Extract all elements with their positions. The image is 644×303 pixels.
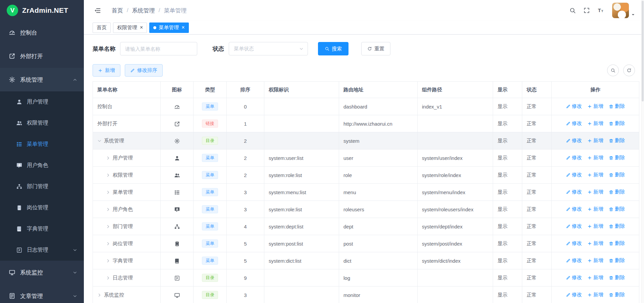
row-add-link[interactable]: 新增 bbox=[587, 206, 603, 212]
row-add-link[interactable]: 新增 bbox=[587, 103, 603, 110]
row-edit-link[interactable]: 修改 bbox=[566, 103, 582, 110]
sidebar-item-system-management[interactable]: 系统管理 bbox=[0, 68, 84, 91]
row-delete-link[interactable]: 删除 bbox=[609, 223, 625, 229]
row-delete-link[interactable]: 删除 bbox=[609, 172, 625, 178]
chevron-right-icon[interactable] bbox=[97, 293, 102, 297]
row-add-link[interactable]: 新增 bbox=[587, 120, 603, 127]
delete-icon bbox=[609, 224, 613, 229]
row-delete-link[interactable]: 删除 bbox=[609, 206, 625, 212]
row-edit-link[interactable]: 修改 bbox=[566, 274, 582, 281]
sidebar-item-log-management[interactable]: 日志管理 bbox=[0, 240, 84, 261]
row-edit-link[interactable]: 修改 bbox=[566, 155, 582, 161]
fullscreen-button[interactable] bbox=[581, 4, 593, 16]
tab-menu-management[interactable]: 菜单管理× bbox=[149, 23, 189, 33]
org-tree-icon bbox=[16, 183, 22, 190]
type-cell: 菜单 bbox=[194, 218, 227, 235]
chevron-right-icon[interactable] bbox=[106, 224, 110, 229]
sidebar-item-user-management[interactable]: 用户管理 bbox=[0, 91, 84, 113]
sidebar-item-user-role[interactable]: 用户角色 bbox=[0, 155, 84, 176]
chevron-down-icon[interactable] bbox=[97, 139, 102, 143]
row-edit-link[interactable]: 修改 bbox=[566, 206, 582, 212]
row-delete-link[interactable]: 删除 bbox=[609, 155, 625, 161]
row-add-link[interactable]: 新增 bbox=[587, 155, 603, 161]
row-edit-link[interactable]: 修改 bbox=[566, 189, 582, 195]
tab-close-icon[interactable]: × bbox=[140, 25, 143, 30]
type-tag: 菜单 bbox=[202, 240, 218, 248]
chevron-right-icon[interactable] bbox=[106, 207, 110, 212]
table-refresh-button[interactable] bbox=[623, 64, 635, 76]
route-cell: dict bbox=[339, 252, 418, 269]
dictionary-icon bbox=[16, 226, 22, 232]
row-edit-link[interactable]: 修改 bbox=[566, 223, 582, 229]
search-button[interactable]: 搜索 bbox=[318, 42, 348, 55]
sidebar-item-dict-management[interactable]: 字典管理 bbox=[0, 218, 84, 240]
row-edit-link[interactable]: 修改 bbox=[566, 240, 582, 247]
row-delete-link[interactable]: 删除 bbox=[609, 274, 625, 281]
hamburger-icon bbox=[94, 7, 101, 14]
chevron-right-icon[interactable] bbox=[106, 259, 110, 263]
row-add-link[interactable]: 新增 bbox=[587, 172, 603, 178]
row-add-link[interactable]: 新增 bbox=[587, 292, 603, 298]
sidebar-item-article-management[interactable]: 文章管理 bbox=[0, 284, 84, 303]
svg-text:T: T bbox=[601, 9, 603, 13]
breadcrumb-item[interactable]: 系统管理 bbox=[132, 7, 155, 14]
plus-icon bbox=[587, 224, 592, 229]
reset-button[interactable]: 重置 bbox=[361, 42, 390, 55]
app-logo[interactable]: V ZrAdmin.NET bbox=[0, 0, 84, 21]
sidebar-item-console[interactable]: 控制台 bbox=[0, 21, 84, 44]
edit-icon bbox=[566, 241, 571, 246]
sidebar-item-post-management[interactable]: 岗位管理 bbox=[0, 197, 84, 218]
row-delete-link[interactable]: 删除 bbox=[609, 120, 625, 127]
row-delete-link[interactable]: 删除 bbox=[609, 103, 625, 110]
sidebar-item-dept-management[interactable]: 部门管理 bbox=[0, 176, 84, 197]
sidebar-item-system-monitor[interactable]: 系统监控 bbox=[0, 261, 84, 284]
tab-home[interactable]: 首页 bbox=[93, 23, 111, 33]
chevron-right-icon[interactable] bbox=[106, 242, 110, 246]
row-edit-link[interactable]: 修改 bbox=[566, 120, 582, 127]
row-delete-link[interactable]: 删除 bbox=[609, 292, 625, 298]
users-icon bbox=[16, 120, 22, 126]
sidebar-toggle-button[interactable] bbox=[93, 6, 102, 15]
row-delete-link[interactable]: 删除 bbox=[609, 137, 625, 144]
menu-icon-cell bbox=[161, 252, 194, 269]
scrollbar-thumb[interactable] bbox=[642, 1, 644, 101]
chevron-right-icon[interactable] bbox=[106, 156, 110, 160]
row-delete-link[interactable]: 删除 bbox=[609, 240, 625, 247]
user-menu[interactable] bbox=[612, 3, 635, 18]
row-edit-link[interactable]: 修改 bbox=[566, 137, 582, 144]
row-edit-link[interactable]: 修改 bbox=[566, 292, 582, 298]
row-add-link[interactable]: 新增 bbox=[587, 137, 603, 144]
menu-name-input[interactable] bbox=[120, 42, 197, 55]
sort-button[interactable]: 修改排序 bbox=[125, 64, 163, 77]
table-search-toggle-button[interactable] bbox=[607, 64, 619, 76]
row-delete-link[interactable]: 删除 bbox=[609, 257, 625, 264]
row-add-link[interactable]: 新增 bbox=[587, 223, 603, 229]
chevron-right-icon[interactable] bbox=[106, 173, 110, 177]
breadcrumb-item[interactable]: 首页 bbox=[112, 7, 123, 14]
row-delete-link[interactable]: 删除 bbox=[609, 189, 625, 195]
row-add-link[interactable]: 新增 bbox=[587, 274, 603, 281]
tab-close-icon[interactable]: × bbox=[181, 25, 184, 30]
sidebar-item-menu-management[interactable]: 菜单管理 bbox=[0, 134, 84, 155]
visible-cell: 显示 bbox=[493, 149, 522, 167]
svg-text:T: T bbox=[598, 8, 601, 13]
external-link-icon bbox=[9, 53, 15, 59]
sidebar-item-role-management[interactable]: 权限管理 bbox=[0, 113, 84, 134]
row-edit-link[interactable]: 修改 bbox=[566, 172, 582, 178]
chevron-right-icon[interactable] bbox=[106, 276, 110, 280]
row-add-link[interactable]: 新增 bbox=[587, 257, 603, 264]
page-scrollbar[interactable] bbox=[641, 0, 644, 303]
table-row: 日志管理目录9log显示正常修改新增删除 bbox=[93, 269, 639, 287]
chevron-right-icon[interactable] bbox=[106, 190, 110, 194]
plus-icon bbox=[98, 68, 103, 73]
font-size-button[interactable]: TT bbox=[595, 4, 607, 16]
sidebar-item-external-open[interactable]: 外部打开 bbox=[0, 44, 84, 68]
tab-role-management[interactable]: 权限管理× bbox=[113, 23, 147, 33]
add-button[interactable]: 新增 bbox=[93, 64, 120, 77]
status-select[interactable]: 菜单状态 bbox=[229, 42, 308, 55]
perm-cell: system:role:list bbox=[264, 167, 339, 184]
row-edit-link[interactable]: 修改 bbox=[566, 257, 582, 264]
header-search-button[interactable] bbox=[567, 4, 579, 16]
row-add-link[interactable]: 新增 bbox=[587, 240, 603, 247]
row-add-link[interactable]: 新增 bbox=[587, 189, 603, 195]
